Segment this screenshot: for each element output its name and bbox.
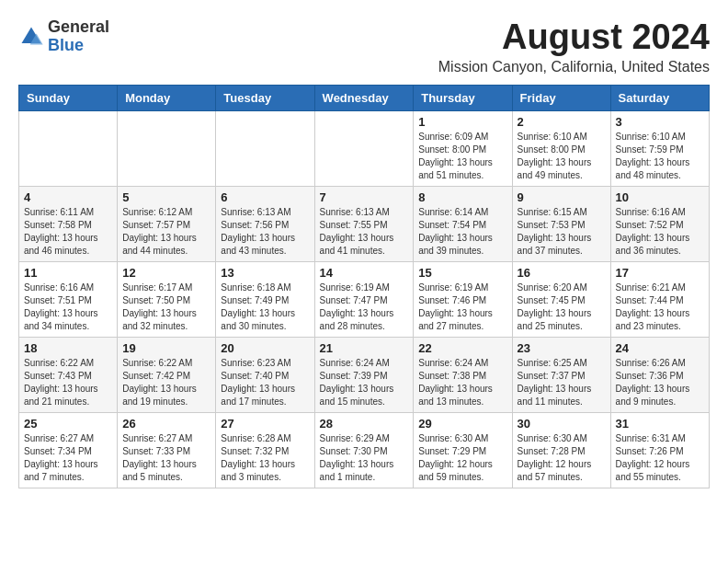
day-info: Sunrise: 6:23 AM Sunset: 7:40 PM Dayligh… bbox=[221, 357, 309, 408]
day-number: 7 bbox=[320, 190, 409, 204]
day-info: Sunrise: 6:27 AM Sunset: 7:34 PM Dayligh… bbox=[24, 432, 112, 484]
day-number: 11 bbox=[24, 266, 112, 280]
calendar-week-row: 11Sunrise: 6:16 AM Sunset: 7:51 PM Dayli… bbox=[19, 261, 710, 337]
day-number: 23 bbox=[518, 341, 606, 355]
day-number: 8 bbox=[418, 190, 506, 204]
logo-text: General Blue bbox=[48, 18, 109, 55]
day-info: Sunrise: 6:14 AM Sunset: 7:54 PM Dayligh… bbox=[418, 206, 506, 258]
day-number: 17 bbox=[616, 266, 704, 280]
logo-icon bbox=[18, 24, 44, 50]
day-number: 10 bbox=[616, 190, 704, 204]
table-row: 10Sunrise: 6:16 AM Sunset: 7:52 PM Dayli… bbox=[610, 186, 709, 261]
day-info: Sunrise: 6:24 AM Sunset: 7:38 PM Dayligh… bbox=[418, 357, 506, 408]
day-info: Sunrise: 6:30 AM Sunset: 7:29 PM Dayligh… bbox=[418, 432, 506, 484]
table-row: 18Sunrise: 6:22 AM Sunset: 7:43 PM Dayli… bbox=[19, 337, 118, 412]
month-year: August 2024 bbox=[438, 18, 710, 57]
col-monday: Monday bbox=[118, 85, 216, 110]
day-number: 9 bbox=[518, 190, 606, 204]
day-info: Sunrise: 6:19 AM Sunset: 7:46 PM Dayligh… bbox=[418, 282, 506, 333]
day-info: Sunrise: 6:31 AM Sunset: 7:26 PM Dayligh… bbox=[616, 432, 704, 484]
day-info: Sunrise: 6:09 AM Sunset: 8:00 PM Dayligh… bbox=[418, 131, 506, 182]
day-number: 27 bbox=[221, 417, 309, 431]
day-info: Sunrise: 6:12 AM Sunset: 7:57 PM Dayligh… bbox=[122, 206, 210, 258]
table-row: 26Sunrise: 6:27 AM Sunset: 7:33 PM Dayli… bbox=[118, 412, 216, 488]
day-number: 3 bbox=[616, 115, 704, 129]
day-number: 28 bbox=[320, 417, 409, 431]
day-number: 2 bbox=[518, 115, 606, 129]
table-row: 9Sunrise: 6:15 AM Sunset: 7:53 PM Daylig… bbox=[512, 186, 610, 261]
calendar-table: Sunday Monday Tuesday Wednesday Thursday… bbox=[18, 85, 710, 488]
table-row bbox=[314, 110, 414, 186]
day-number: 15 bbox=[418, 266, 506, 280]
table-row bbox=[19, 110, 118, 186]
table-row: 31Sunrise: 6:31 AM Sunset: 7:26 PM Dayli… bbox=[610, 412, 709, 488]
day-number: 22 bbox=[418, 341, 506, 355]
day-number: 1 bbox=[418, 115, 506, 129]
col-wednesday: Wednesday bbox=[314, 85, 414, 110]
day-number: 4 bbox=[24, 190, 112, 204]
table-row: 25Sunrise: 6:27 AM Sunset: 7:34 PM Dayli… bbox=[19, 412, 118, 488]
table-row: 13Sunrise: 6:18 AM Sunset: 7:49 PM Dayli… bbox=[216, 261, 314, 337]
table-row: 21Sunrise: 6:24 AM Sunset: 7:39 PM Dayli… bbox=[314, 337, 414, 412]
day-number: 30 bbox=[518, 417, 606, 431]
day-number: 21 bbox=[320, 341, 409, 355]
table-row: 16Sunrise: 6:20 AM Sunset: 7:45 PM Dayli… bbox=[512, 261, 610, 337]
location: Mission Canyon, California, United State… bbox=[438, 59, 710, 75]
table-row: 30Sunrise: 6:30 AM Sunset: 7:28 PM Dayli… bbox=[512, 412, 610, 488]
table-row: 14Sunrise: 6:19 AM Sunset: 7:47 PM Dayli… bbox=[314, 261, 414, 337]
table-row: 3Sunrise: 6:10 AM Sunset: 7:59 PM Daylig… bbox=[610, 110, 709, 186]
day-info: Sunrise: 6:29 AM Sunset: 7:30 PM Dayligh… bbox=[320, 432, 409, 484]
calendar-week-row: 25Sunrise: 6:27 AM Sunset: 7:34 PM Dayli… bbox=[19, 412, 710, 488]
day-number: 31 bbox=[616, 417, 704, 431]
day-info: Sunrise: 6:26 AM Sunset: 7:36 PM Dayligh… bbox=[616, 357, 704, 408]
table-row: 23Sunrise: 6:25 AM Sunset: 7:37 PM Dayli… bbox=[512, 337, 610, 412]
calendar-week-row: 4Sunrise: 6:11 AM Sunset: 7:58 PM Daylig… bbox=[19, 186, 710, 261]
table-row: 8Sunrise: 6:14 AM Sunset: 7:54 PM Daylig… bbox=[414, 186, 512, 261]
day-info: Sunrise: 6:21 AM Sunset: 7:44 PM Dayligh… bbox=[616, 282, 704, 333]
table-row: 19Sunrise: 6:22 AM Sunset: 7:42 PM Dayli… bbox=[118, 337, 216, 412]
day-info: Sunrise: 6:15 AM Sunset: 7:53 PM Dayligh… bbox=[518, 206, 606, 258]
logo: General Blue bbox=[18, 18, 109, 55]
day-info: Sunrise: 6:22 AM Sunset: 7:42 PM Dayligh… bbox=[122, 357, 210, 408]
day-number: 12 bbox=[122, 266, 210, 280]
table-row: 15Sunrise: 6:19 AM Sunset: 7:46 PM Dayli… bbox=[414, 261, 512, 337]
table-row: 2Sunrise: 6:10 AM Sunset: 8:00 PM Daylig… bbox=[512, 110, 610, 186]
day-number: 14 bbox=[320, 266, 409, 280]
day-number: 13 bbox=[221, 266, 309, 280]
day-number: 20 bbox=[221, 341, 309, 355]
table-row: 22Sunrise: 6:24 AM Sunset: 7:38 PM Dayli… bbox=[414, 337, 512, 412]
col-sunday: Sunday bbox=[19, 85, 118, 110]
day-info: Sunrise: 6:10 AM Sunset: 7:59 PM Dayligh… bbox=[616, 131, 704, 182]
table-row: 12Sunrise: 6:17 AM Sunset: 7:50 PM Dayli… bbox=[118, 261, 216, 337]
table-row: 5Sunrise: 6:12 AM Sunset: 7:57 PM Daylig… bbox=[118, 186, 216, 261]
col-thursday: Thursday bbox=[414, 85, 512, 110]
day-number: 24 bbox=[616, 341, 704, 355]
day-number: 19 bbox=[122, 341, 210, 355]
day-info: Sunrise: 6:22 AM Sunset: 7:43 PM Dayligh… bbox=[24, 357, 112, 408]
day-number: 5 bbox=[122, 190, 210, 204]
table-row: 7Sunrise: 6:13 AM Sunset: 7:55 PM Daylig… bbox=[314, 186, 414, 261]
logo-blue: Blue bbox=[48, 36, 84, 54]
table-row: 1Sunrise: 6:09 AM Sunset: 8:00 PM Daylig… bbox=[414, 110, 512, 186]
day-info: Sunrise: 6:24 AM Sunset: 7:39 PM Dayligh… bbox=[320, 357, 409, 408]
table-row: 6Sunrise: 6:13 AM Sunset: 7:56 PM Daylig… bbox=[216, 186, 314, 261]
table-row: 29Sunrise: 6:30 AM Sunset: 7:29 PM Dayli… bbox=[414, 412, 512, 488]
day-info: Sunrise: 6:30 AM Sunset: 7:28 PM Dayligh… bbox=[518, 432, 606, 484]
day-info: Sunrise: 6:19 AM Sunset: 7:47 PM Dayligh… bbox=[320, 282, 409, 333]
table-row bbox=[216, 110, 314, 186]
calendar-header-row: Sunday Monday Tuesday Wednesday Thursday… bbox=[19, 85, 710, 110]
table-row: 20Sunrise: 6:23 AM Sunset: 7:40 PM Dayli… bbox=[216, 337, 314, 412]
page-header: General Blue August 2024 Mission Canyon,… bbox=[18, 18, 710, 75]
col-tuesday: Tuesday bbox=[216, 85, 314, 110]
table-row: 27Sunrise: 6:28 AM Sunset: 7:32 PM Dayli… bbox=[216, 412, 314, 488]
day-info: Sunrise: 6:20 AM Sunset: 7:45 PM Dayligh… bbox=[518, 282, 606, 333]
day-info: Sunrise: 6:17 AM Sunset: 7:50 PM Dayligh… bbox=[122, 282, 210, 333]
table-row: 11Sunrise: 6:16 AM Sunset: 7:51 PM Dayli… bbox=[19, 261, 118, 337]
calendar-week-row: 18Sunrise: 6:22 AM Sunset: 7:43 PM Dayli… bbox=[19, 337, 710, 412]
day-info: Sunrise: 6:11 AM Sunset: 7:58 PM Dayligh… bbox=[24, 206, 112, 258]
table-row: 28Sunrise: 6:29 AM Sunset: 7:30 PM Dayli… bbox=[314, 412, 414, 488]
day-number: 25 bbox=[24, 417, 112, 431]
day-info: Sunrise: 6:16 AM Sunset: 7:51 PM Dayligh… bbox=[24, 282, 112, 333]
day-info: Sunrise: 6:18 AM Sunset: 7:49 PM Dayligh… bbox=[221, 282, 309, 333]
logo-general: General bbox=[48, 17, 109, 36]
